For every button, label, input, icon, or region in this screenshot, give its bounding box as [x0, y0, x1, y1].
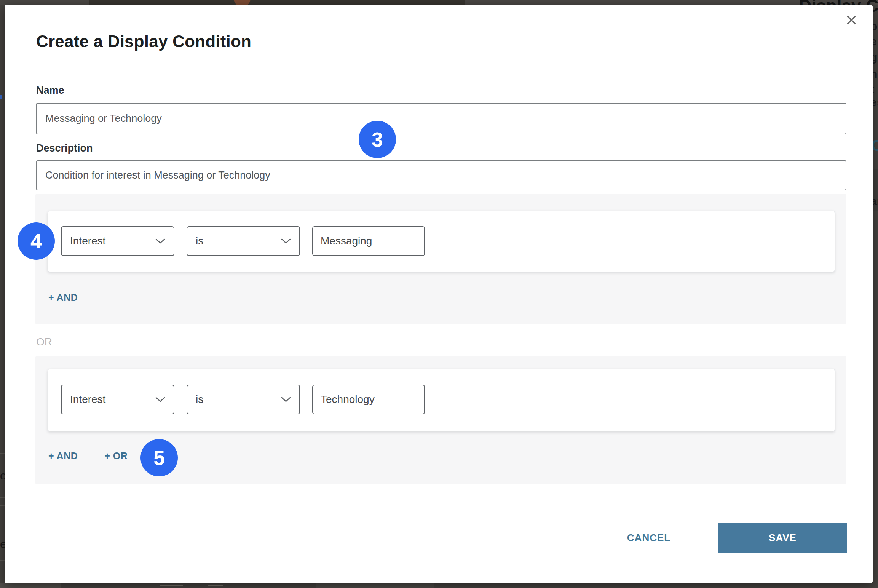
- chevron-down-icon: [281, 397, 291, 403]
- or-divider: OR: [36, 336, 52, 348]
- chevron-down-icon: [281, 238, 291, 244]
- field-select[interactable]: Interest: [61, 226, 174, 256]
- name-label: Name: [36, 85, 64, 96]
- modal-title: Create a Display Condition: [36, 32, 251, 51]
- description-input[interactable]: [36, 160, 846, 190]
- close-icon: ×: [846, 9, 857, 31]
- chevron-down-icon: [155, 238, 165, 244]
- field-select[interactable]: Interest: [61, 385, 174, 414]
- save-button[interactable]: SAVE: [718, 523, 847, 553]
- step-badge-3: 3: [359, 121, 396, 158]
- background-artifact: [0, 95, 2, 99]
- field-select-value: Interest: [70, 393, 105, 406]
- step-badge-4: 4: [18, 222, 55, 260]
- background-artifact: [316, 583, 434, 588]
- add-and-button[interactable]: + AND: [48, 292, 78, 303]
- operator-select[interactable]: is: [187, 226, 300, 256]
- background-artifact: [160, 585, 183, 586]
- add-and-button[interactable]: + AND: [48, 451, 78, 462]
- operator-select[interactable]: is: [187, 385, 300, 414]
- background-artifact: [0, 583, 61, 588]
- condition-row: Interest is: [48, 211, 835, 272]
- value-input[interactable]: [312, 385, 425, 414]
- field-select-value: Interest: [70, 235, 105, 247]
- name-input[interactable]: [36, 103, 846, 134]
- add-or-button[interactable]: + OR: [104, 451, 128, 462]
- background-artifact: [208, 585, 223, 586]
- description-label: Description: [36, 142, 93, 154]
- chevron-down-icon: [155, 397, 165, 403]
- condition-group-1: Interest is + AND: [35, 194, 846, 324]
- value-input[interactable]: [312, 226, 425, 256]
- step-badge-5: 5: [140, 439, 178, 476]
- cancel-button[interactable]: CANCEL: [618, 523, 679, 553]
- operator-select-value: is: [196, 393, 203, 406]
- close-button[interactable]: ×: [842, 11, 860, 30]
- operator-select-value: is: [196, 235, 203, 247]
- create-display-condition-modal: × Create a Display Condition Name Descri…: [5, 5, 873, 583]
- condition-row: Interest is: [48, 369, 835, 431]
- screen: Display C o e ge nc t es C an e e × Crea…: [0, 0, 878, 588]
